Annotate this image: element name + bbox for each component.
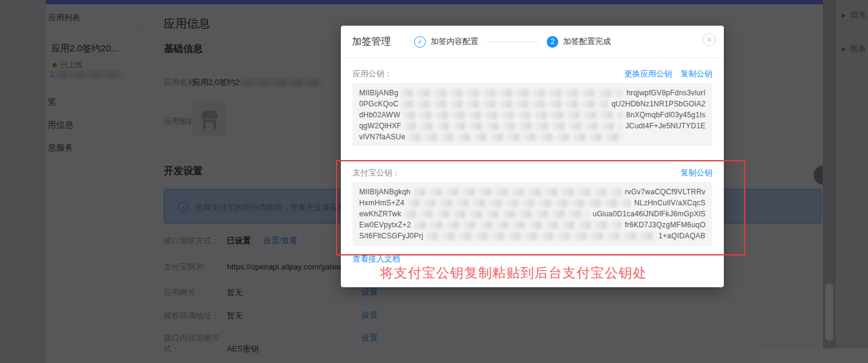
panel-line-label: 线条 bbox=[850, 43, 866, 54]
step1-label: 加签内容配置 bbox=[431, 36, 478, 47]
step-indicator: ✓ 加签内容配置 2 加签配置完成 bbox=[414, 36, 611, 48]
step2-label: 加签配置完成 bbox=[563, 36, 611, 47]
key-line: dHb02AWW8nXQmqbFdl03y45g1Is bbox=[359, 109, 706, 120]
key-line: 0PGcKQoCqU2HDbNz1NR1PSbGOlA2 bbox=[359, 98, 706, 109]
modal-header: 加签管理 ✓ 加签内容配置 2 加签配置完成 × bbox=[341, 26, 724, 58]
editor-scrollbar[interactable] bbox=[823, 0, 836, 363]
red-annotation-text: 将支付宝公钥复制粘贴到后台支付宝公钥处 bbox=[380, 264, 647, 282]
blurred-key-segment bbox=[402, 89, 622, 97]
annotation-rectangle bbox=[336, 160, 745, 255]
panel-fill-label: 填充 bbox=[850, 10, 866, 21]
editor-canvas: 应用列表 应用2.0签约20... 已上线 2 览 用信息 息服务 应用信息 基… bbox=[0, 0, 868, 363]
step-done-check-icon: ✓ bbox=[414, 36, 426, 48]
key-line: vlVN7faASUe bbox=[359, 131, 706, 142]
replace-app-key-link[interactable]: 更换应用公钥 bbox=[624, 68, 672, 79]
panel-section-line[interactable]: ▶ 线条 bbox=[842, 43, 866, 54]
key-line: qgW2QlHXFJCudt4F+Je5NUTYD1E bbox=[359, 120, 706, 131]
panel-section-fill[interactable]: ▶ 填充 bbox=[842, 10, 866, 21]
copy-app-key-link[interactable]: 复制公钥 bbox=[680, 68, 712, 79]
triangle-icon: ▶ bbox=[842, 46, 846, 52]
blurred-key-segment bbox=[404, 111, 622, 119]
blurred-key-segment bbox=[405, 122, 622, 130]
close-icon[interactable]: × bbox=[702, 33, 716, 46]
step2-number-icon: 2 bbox=[547, 36, 558, 48]
triangle-icon: ▶ bbox=[842, 12, 846, 18]
app-key-actions: 更换应用公钥 复制公钥 bbox=[624, 68, 712, 79]
modal-title: 加签管理 bbox=[352, 35, 391, 48]
scrollbar-thumb[interactable] bbox=[825, 284, 833, 341]
app-public-key-box: MIIBIjANBghrqjwpfGV8pFdns3vlurI 0PGcKQoC… bbox=[352, 83, 712, 146]
step-connector bbox=[487, 42, 538, 42]
blurred-key-segment bbox=[402, 100, 608, 108]
app-public-key-label: 应用公钥： bbox=[352, 68, 392, 79]
key-line: MIIBIjANBghrqjwpfGV8pFdns3vlurI bbox=[359, 87, 706, 98]
bottom-right-overlay bbox=[759, 348, 868, 363]
blurred-key-segment bbox=[409, 133, 624, 141]
